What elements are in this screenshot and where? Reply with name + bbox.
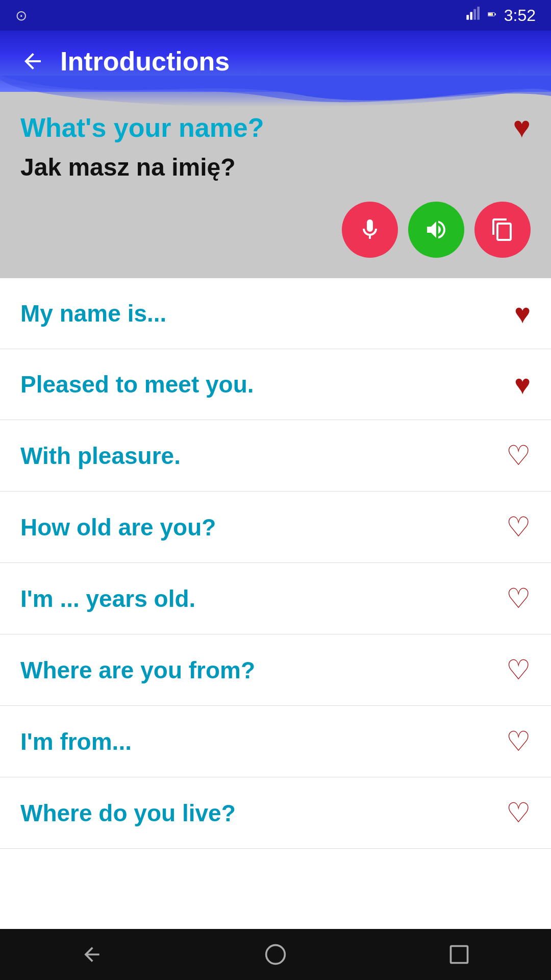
phrase-heart-button[interactable]: ♡ [506,582,531,615]
featured-actions [20,202,531,263]
phrase-item[interactable]: I'm from...♡ [0,706,551,777]
phrase-heart-button[interactable]: ♡ [506,797,531,829]
phrase-text: How old are you? [20,513,506,541]
phrase-item[interactable]: How old are you?♡ [0,492,551,563]
featured-card: What's your name? Jak masz na imię? ♥ [0,92,551,278]
svg-rect-2 [473,9,476,19]
phrase-item[interactable]: Pleased to meet you.♥ [0,349,551,420]
page-title: Introductions [60,46,230,77]
featured-heart-button[interactable]: ♥ [513,110,531,144]
svg-rect-1 [470,12,472,19]
back-button[interactable] [15,44,50,79]
featured-translation: Jak masz na imię? [20,153,531,181]
phrase-heart-button[interactable]: ♡ [506,511,531,543]
battery-icon: ⚡ [488,10,496,20]
phrase-item[interactable]: Where are you from?♡ [0,634,551,706]
status-bar: ⊙ ⚡ 3:52 [0,0,551,31]
phrase-text: I'm from... [20,728,506,755]
notification-icon: ⊙ [15,7,27,24]
phrase-text: My name is... [20,300,514,327]
svg-point-8 [266,945,285,964]
nav-square-button[interactable] [439,934,480,975]
status-time: 3:52 [504,6,536,25]
toolbar: Introductions [0,31,551,92]
phrase-text: I'm ... years old. [20,585,506,612]
phrase-heart-button[interactable]: ♥ [514,369,531,400]
svg-text:⚡: ⚡ [490,13,493,16]
phrase-text: Where are you from? [20,656,506,684]
phrase-item[interactable]: My name is...♥ [0,278,551,349]
svg-rect-3 [477,7,480,20]
phrase-heart-button[interactable]: ♡ [506,725,531,757]
nav-bar [0,929,551,980]
phrase-item[interactable]: With pleasure.♡ [0,420,551,492]
phrase-text: With pleasure. [20,442,506,470]
nav-back-button[interactable] [71,934,112,975]
copy-button[interactable] [474,202,531,258]
mic-button[interactable] [342,202,398,258]
phrase-heart-button[interactable]: ♡ [506,439,531,472]
phrase-text: Where do you live? [20,799,506,827]
phrase-item[interactable]: Where do you live?♡ [0,777,551,849]
phrase-item[interactable]: I'm ... years old.♡ [0,563,551,634]
featured-question[interactable]: What's your name? [20,112,531,143]
sound-button[interactable] [408,202,464,258]
phrase-text: Pleased to meet you. [20,371,514,398]
svg-rect-6 [495,13,496,15]
phrase-heart-button[interactable]: ♥ [514,298,531,329]
svg-rect-9 [451,946,468,963]
nav-home-button[interactable] [255,934,296,975]
phrase-heart-button[interactable]: ♡ [506,654,531,686]
phrase-list: My name is...♥Pleased to meet you.♥With … [0,278,551,849]
signal-icon [465,7,480,24]
svg-rect-0 [466,15,469,19]
